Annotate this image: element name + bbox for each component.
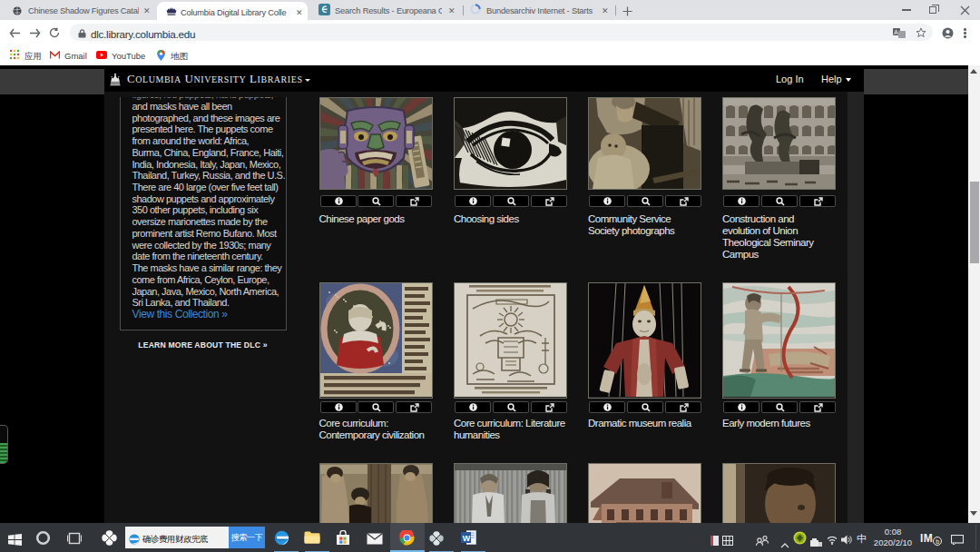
- svg-text:A: A: [894, 29, 898, 35]
- svg-text:W: W: [463, 534, 471, 543]
